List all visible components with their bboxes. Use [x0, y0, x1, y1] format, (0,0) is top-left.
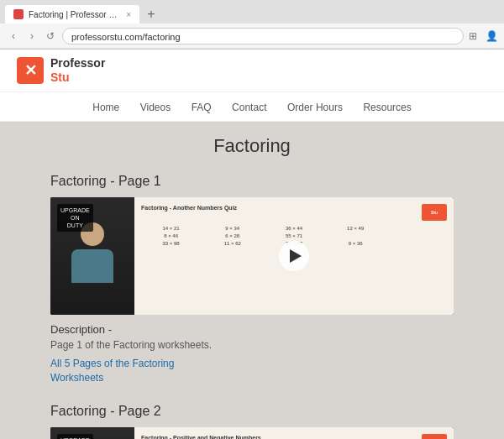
wp-1-1: 14 × 21	[141, 226, 201, 231]
tab-favicon	[13, 9, 24, 19]
description-text-1: Page 1 of the Factoring worksheets.	[50, 339, 454, 351]
main-content: Factoring Factoring - Page 1 UPGRADE ON	[0, 122, 504, 439]
site-header: ✕ Professor Stu	[0, 50, 504, 92]
video-badge-1: UPGRADE ON DUTY	[57, 204, 93, 232]
worksheet-title-2: Factoring - Positive and Negative Number…	[141, 434, 261, 439]
nav-faq[interactable]: FAQ	[192, 102, 212, 113]
page-title: Factoring	[50, 135, 454, 157]
worksheet-row2: 8 × 46 6 × 28 55 × 71	[141, 233, 447, 238]
description-section-1: Description - Page 1 of the Factoring wo…	[50, 323, 454, 384]
video-player-1[interactable]: UPGRADE ON DUTY Factoring - Another Numb…	[50, 197, 454, 315]
tab-close-button[interactable]: ×	[126, 10, 131, 19]
active-tab[interactable]: Factoring | Professor Stu ×	[5, 5, 139, 24]
logo-x-symbol: ✕	[24, 61, 37, 80]
description-label-1: Description -	[50, 323, 454, 336]
extensions-icon: ⊞	[469, 30, 480, 42]
address-bar[interactable]: professorstu.com/factoring	[62, 28, 464, 44]
worksheets-link-2[interactable]: Worksheets	[50, 372, 454, 384]
section-title-page2: Factoring - Page 2	[50, 404, 454, 419]
wp-3-1: 33 × 98	[141, 241, 201, 246]
worksheet-header-2: Factoring - Positive and Negative Number…	[141, 434, 447, 439]
wp-1-2: 9 × 34	[202, 226, 262, 231]
wp-2-2: 6 × 28	[202, 233, 262, 238]
video-right-1: Factoring - Another Numbers Quiz Stu 14 …	[134, 197, 454, 315]
worksheet-logo-small-2: Stu	[422, 434, 447, 439]
play-triangle-1	[290, 249, 302, 263]
video-left-2: UPGRADE ON DUTY	[50, 427, 134, 439]
badge-line1-2: UPGRADE	[60, 436, 90, 439]
back-button[interactable]: ‹	[7, 29, 20, 43]
wp-3-4: 9 × 36	[326, 241, 386, 246]
browser-icons: ⊞ 👤	[469, 30, 497, 42]
wp-2-1: 8 × 46	[141, 233, 201, 238]
worksheet-content-2: Factoring - Positive and Negative Number…	[134, 427, 454, 439]
person-silhouette-1	[67, 222, 118, 290]
nav-home[interactable]: Home	[92, 102, 119, 113]
wp-2-3: 55 × 71	[264, 233, 323, 238]
worksheet-title-1: Factoring - Another Numbers Quiz	[141, 204, 237, 212]
nav-contact[interactable]: Contact	[232, 102, 266, 113]
forward-button[interactable]: ›	[25, 29, 39, 43]
worksheet-header-1: Factoring - Another Numbers Quiz Stu	[141, 204, 447, 221]
profile-icon: 👤	[486, 30, 497, 42]
badge-line1-1: UPGRADE	[60, 206, 90, 214]
new-tab-button[interactable]: +	[143, 6, 160, 23]
video-left-1: UPGRADE ON DUTY	[50, 197, 134, 315]
nav-videos[interactable]: Videos	[140, 102, 171, 113]
section-title-page1: Factoring - Page 1	[50, 174, 454, 189]
section-page1: Factoring - Page 1 UPGRADE ON DUTY	[50, 174, 454, 384]
worksheet-logo-small-1: Stu	[422, 204, 447, 221]
worksheet-logo-text-1: Stu	[431, 210, 438, 215]
browser-chrome: Factoring | Professor Stu × + ‹ › ↺ prof…	[0, 0, 504, 50]
badge-line3-1: DUTY	[60, 222, 90, 229]
video-badge-2: UPGRADE ON DUTY	[57, 434, 93, 439]
video-right-2: Factoring - Positive and Negative Number…	[134, 427, 454, 439]
tab-bar: Factoring | Professor Stu × +	[0, 0, 504, 24]
nav-resources[interactable]: Resources	[363, 102, 411, 113]
wp-1-3: 36 × 44	[264, 226, 323, 231]
nav-order-hours[interactable]: Order Hours	[287, 102, 343, 113]
tab-title: Factoring | Professor Stu	[29, 10, 119, 19]
section-page2: Factoring - Page 2 UPGRADE ON DUTY	[50, 404, 454, 439]
worksheets-link-1[interactable]: All 5 Pages of the Factoring	[50, 358, 454, 369]
wp-3-2: 11 × 62	[202, 241, 262, 246]
video-player-2[interactable]: UPGRADE ON DUTY Factoring - Positive and…	[50, 427, 454, 439]
logo-text: Professor Stu	[50, 56, 105, 85]
logo-icon: ✕	[17, 57, 44, 84]
person-body-1	[71, 249, 113, 283]
refresh-button[interactable]: ↺	[44, 29, 57, 43]
website: ✕ Professor Stu Home Videos FAQ Contact …	[0, 50, 504, 439]
wp-1-4: 12 × 49	[326, 226, 386, 231]
site-nav: Home Videos FAQ Contact Order Hours Reso…	[0, 92, 504, 122]
logo-professor: Professor	[50, 56, 105, 71]
logo-stu: Stu	[50, 71, 105, 85]
browser-controls: ‹ › ↺ professorstu.com/factoring ⊞ 👤	[0, 24, 504, 49]
play-button-1[interactable]	[279, 241, 309, 271]
worksheet-row1: 14 × 21 9 × 34 36 × 44 12 × 49	[141, 226, 447, 231]
site-logo[interactable]: ✕ Professor Stu	[17, 56, 105, 85]
badge-line2-1: ON	[60, 214, 90, 222]
